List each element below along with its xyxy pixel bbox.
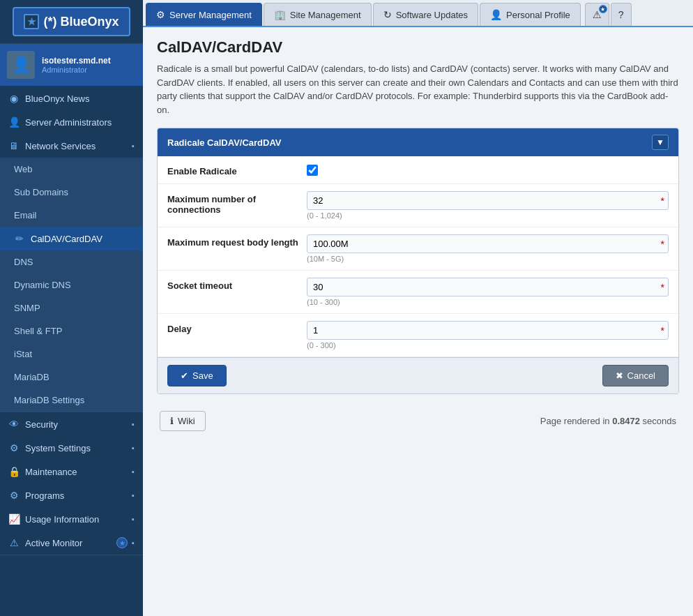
usage-expand-icon: ▪ (132, 515, 135, 523)
sidebar-label-mariadb-settings: MariaDB Settings (14, 395, 84, 405)
value-max-request-body: * (10M - 5G) (307, 234, 669, 263)
input-max-connections[interactable] (307, 191, 669, 210)
page-description: Radicale is a small but powerful CalDAV … (157, 62, 679, 117)
site-management-tab-icon: 🏢 (274, 9, 286, 20)
input-socket-timeout[interactable] (307, 278, 669, 296)
form-row-delay: Delay * (0 - 300) (158, 314, 678, 357)
user-info: isotester.smd.net Administrator (42, 56, 136, 74)
sidebar-item-active-monitor[interactable]: ⚠ Active Monitor ★ ▪ (0, 531, 143, 555)
sidebar-item-web[interactable]: Web (0, 158, 143, 181)
sidebar-label-system-settings: System Settings (25, 443, 91, 453)
cancel-button[interactable]: ✖ Cancel (602, 365, 669, 386)
hint-socket-timeout: (10 - 300) (307, 298, 669, 306)
maintenance-expand-icon: ▪ (132, 467, 135, 476)
active-monitor-expand-icon: ▪ (132, 539, 135, 547)
sidebar-label-email: Email (14, 210, 37, 220)
wiki-info-icon: ℹ (170, 416, 174, 426)
tab-personal-profile[interactable]: 👤 Personal Profile (480, 3, 581, 26)
sidebar-item-email[interactable]: Email (0, 204, 143, 227)
section-header: Radicale CalDAV/CardDAV ▼ (158, 128, 678, 156)
tab-software-updates[interactable]: ↻ Software Updates (373, 3, 478, 26)
sidebar-item-shell-ftp[interactable]: Shell & FTP (0, 320, 143, 343)
sidebar-section-main: ◉ BlueOnyx News 👤 Server Administrators … (0, 87, 143, 412)
value-enable-radicale (307, 163, 669, 176)
tab-site-management[interactable]: 🏢 Site Management (264, 3, 372, 26)
label-max-connections: Maximum number of connections (167, 191, 307, 215)
checkbox-enable-radicale[interactable] (307, 165, 318, 176)
render-value: 0.8472 (612, 416, 640, 426)
sidebar-item-network-services[interactable]: 🖥 Network Services ▪ (0, 134, 143, 158)
save-button[interactable]: ✔ Save (167, 365, 227, 386)
wiki-button[interactable]: ℹ Wiki (160, 411, 206, 431)
form-row-enable-radicale: Enable Radicale (158, 156, 678, 184)
personal-profile-tab-icon: 👤 (490, 9, 502, 20)
sidebar-item-server-administrators[interactable]: 👤 Server Administrators (0, 110, 143, 134)
save-label: Save (192, 370, 213, 381)
tab-label-site-management: Site Management (290, 10, 361, 20)
form-row-socket-timeout: Socket timeout * (10 - 300) (158, 271, 678, 314)
page-footer: ℹ Wiki Page rendered in 0.8472 seconds (157, 405, 679, 437)
label-delay: Delay (167, 321, 307, 334)
sidebar-item-mariadb[interactable]: MariaDB (0, 366, 143, 389)
sidebar-label-usage-information: Usage Information (25, 514, 99, 525)
label-socket-timeout: Socket timeout (167, 278, 307, 291)
sidebar-item-maintenance[interactable]: 🔒 Maintenance ▪ (0, 460, 143, 483)
sidebar: ★ (*) BlueOnyx 👤 isotester.smd.net Admin… (0, 0, 143, 616)
sidebar-label-caldav: CalDAV/CardDAV (31, 234, 102, 244)
sidebar-label-web: Web (14, 164, 33, 174)
sidebar-item-snmp[interactable]: SNMP (0, 296, 143, 320)
caldav-icon: ✏ (14, 233, 25, 244)
required-socket-timeout: * (661, 282, 664, 293)
software-updates-tab-icon: ↻ (383, 9, 392, 20)
programs-expand-icon: ▪ (132, 491, 135, 499)
tab-server-management[interactable]: ⚙ Server Management (146, 3, 262, 26)
logo[interactable]: ★ (*) BlueOnyx (13, 7, 130, 36)
sidebar-label-mariadb: MariaDB (14, 372, 50, 382)
required-delay: * (661, 325, 664, 336)
tab-label-personal-profile: Personal Profile (506, 10, 570, 20)
sidebar-item-usage-information[interactable]: 📈 Usage Information ▪ (0, 507, 143, 531)
sidebar-section-security: 👁 Security ▪ ⚙ System Settings ▪ 🔒 Maint… (0, 412, 143, 555)
sidebar-item-blueonyx-news[interactable]: ◉ BlueOnyx News (0, 87, 143, 110)
sidebar-item-mariadb-settings[interactable]: MariaDB Settings (0, 389, 143, 412)
form-row-max-request-body: Maximum request body length * (10M - 5G) (158, 227, 678, 271)
chart-icon: 📈 (8, 513, 20, 525)
network-services-expand-icon: ▪ (132, 142, 135, 150)
user-name: isotester.smd.net (42, 56, 136, 66)
radicale-section: Radicale CalDAV/CardDAV ▼ Enable Radical… (157, 128, 679, 394)
section-dropdown-button[interactable]: ▼ (652, 135, 669, 150)
sidebar-item-system-settings[interactable]: ⚙ System Settings ▪ (0, 436, 143, 460)
tab-label-server-management: Server Management (169, 10, 252, 20)
page-title: CalDAV/CardDAV (157, 38, 679, 57)
value-delay: * (0 - 300) (307, 321, 669, 350)
sidebar-item-caldav[interactable]: ✏ CalDAV/CardDAV (0, 227, 143, 250)
logo-text: (*) BlueOnyx (43, 15, 119, 29)
sidebar-item-istat[interactable]: iStat (0, 343, 143, 366)
alert-icon: ⚠ (8, 537, 20, 548)
sidebar-item-dynamic-dns[interactable]: Dynamic DNS (0, 273, 143, 296)
sidebar-item-security[interactable]: 👁 Security ▪ (0, 412, 143, 436)
content-area: CalDAV/CardDAV Radicale is a small but p… (143, 27, 693, 616)
sidebar-label-snmp: SNMP (14, 303, 40, 313)
monitor-icon: 🖥 (8, 140, 20, 151)
alert-badge: ★ (599, 5, 607, 13)
tab-help[interactable]: ? (611, 3, 632, 26)
sidebar-item-sub-domains[interactable]: Sub Domains (0, 181, 143, 204)
input-delay[interactable] (307, 321, 669, 340)
save-checkmark-icon: ✔ (181, 370, 188, 381)
lock-icon: 🔒 (8, 466, 20, 477)
tab-alert[interactable]: ⚠ ★ (585, 3, 609, 26)
sidebar-label-active-monitor: Active Monitor (25, 538, 82, 548)
sidebar-label-sub-domains: Sub Domains (14, 187, 68, 197)
sidebar-item-programs[interactable]: ⚙ Programs ▪ (0, 483, 143, 507)
input-max-request-body[interactable] (307, 234, 669, 253)
required-max-connections: * (661, 195, 664, 206)
sidebar-label-blueonyx-news: BlueOnyx News (25, 93, 89, 104)
main-area: ⚙ Server Management 🏢 Site Management ↻ … (143, 0, 693, 616)
input-wrap-max-connections: * (307, 191, 669, 210)
server-management-tab-icon: ⚙ (156, 9, 165, 20)
logo-area: ★ (*) BlueOnyx (0, 0, 143, 44)
input-wrap-delay: * (307, 321, 669, 340)
required-max-request-body: * (661, 239, 664, 250)
sidebar-item-dns[interactable]: DNS (0, 250, 143, 273)
